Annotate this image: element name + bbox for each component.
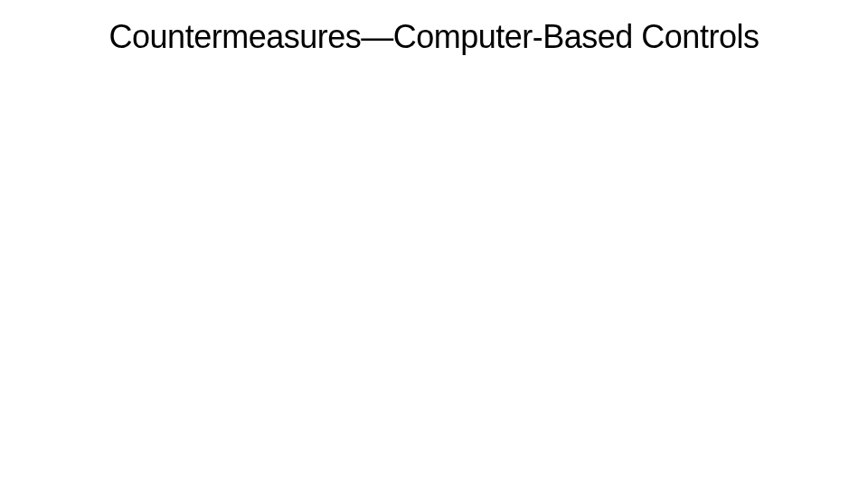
slide-container: Countermeasures—Computer-Based Controls — [0, 0, 868, 488]
slide-title: Countermeasures—Computer-Based Controls — [45, 18, 823, 56]
